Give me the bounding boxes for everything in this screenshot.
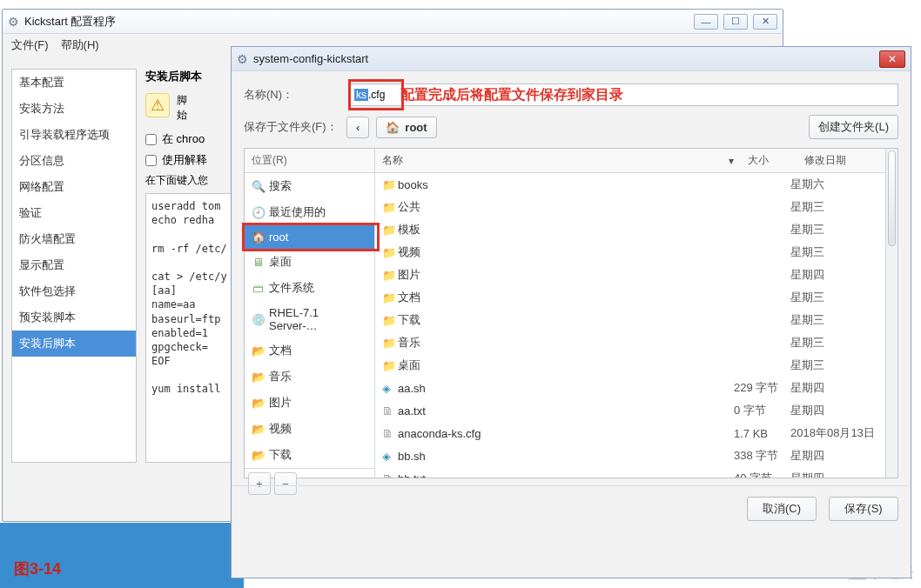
file-size: 0 字节 [734,403,790,418]
home-icon: 🏠 [386,121,400,134]
file-row[interactable]: 🗎bb.txt40 字节星期四 [375,467,897,478]
file-row[interactable]: 🗎aa.txt0 字节星期四 [375,399,897,422]
place-item[interactable]: 🗃文件系统 [245,275,374,301]
place-item[interactable]: 💿RHEL-7.1 Server-… [245,301,374,337]
file-row[interactable]: 📁音乐星期三 [375,331,897,354]
place-icon: 🏠 [252,231,264,244]
file-date: 星期四 [790,267,891,283]
place-item[interactable]: 🕘最近使用的 [245,199,374,225]
file-name: aa.txt [398,404,734,418]
file-row[interactable]: 📁公共星期三 [375,196,897,218]
folder-row: 保存于文件夹(F)： ‹ 🏠root 创建文件夹(L) [244,115,898,139]
script-icon: ◈ [382,382,398,395]
folder-icon: 📁 [382,178,398,191]
filename-input[interactable]: ks.cfg 配置完成后将配置文件保存到家目录 [348,84,898,106]
file-row[interactable]: 📁文档星期三 [375,286,897,309]
place-item[interactable]: 📂下载 [245,442,374,468]
file-row[interactable]: 📁图片星期四 [375,264,897,286]
sidebar-item[interactable]: 显示配置 [12,252,136,278]
scrollbar-thumb[interactable] [888,150,896,246]
folder-icon: 📁 [382,291,398,304]
column-name-header[interactable]: 名称▾ [375,149,741,172]
sidebar-item[interactable]: 验证 [12,200,136,226]
sidebar-item[interactable]: 预安装脚本 [12,304,136,331]
sidebar-item[interactable]: 安装后脚本 [12,331,136,357]
sidebar-item[interactable]: 软件包选择 [12,278,136,304]
file-browser: 位置(R) 🔍搜索🕘最近使用的🏠root🖥桌面🗃文件系统💿RHEL-7.1 Se… [244,148,898,478]
interpret-checkbox[interactable] [145,155,157,166]
place-label: root [269,231,288,244]
place-icon: 💿 [252,313,264,326]
cancel-button-label: 取消(C) [763,501,801,517]
file-row[interactable]: ◈aa.sh229 字节星期四 [375,377,897,399]
file-name: 桌面 [398,357,734,373]
place-icon: 🔍 [252,180,264,193]
file-row[interactable]: 📁模板星期三 [375,218,897,241]
file-name: 图片 [398,267,734,283]
path-crumb-label: root [405,121,427,134]
file-name: 公共 [398,199,734,215]
save-dialog: ⚙ system-config-kickstart ✕ 名称(N)： ks.cf… [231,46,911,578]
filename-rest: .cfg [368,89,385,101]
sidebar-item[interactable]: 引导装载程序选项 [12,122,136,148]
folder-icon: 📁 [382,246,398,259]
file-date: 星期四 [790,380,891,396]
file-row[interactable]: 🗎anaconda-ks.cfg1.7 KB2018年08月13日 [375,422,897,444]
place-label: 最近使用的 [269,204,326,220]
file-name: bb.sh [398,450,734,463]
sidebar-item[interactable]: 分区信息 [12,148,136,174]
file-row[interactable]: 📁books星期六 [375,173,897,196]
create-folder-button[interactable]: 创建文件夹(L) [809,115,898,139]
column-size-header[interactable]: 大小 [741,149,797,172]
sidebar-item[interactable]: 网络配置 [12,174,136,200]
file-list-scrollbar[interactable] [885,149,897,478]
file-row[interactable]: 📁视频星期三 [375,241,897,264]
file-date: 星期三 [790,199,891,215]
file-name: books [398,178,734,191]
file-date: 星期三 [790,222,891,237]
sidebar-item[interactable]: 基本配置 [12,70,136,96]
menu-file[interactable]: 文件(F) [11,37,49,53]
file-name: 音乐 [398,335,734,351]
save-dialog-titlebar-icon: ⚙ [237,52,248,66]
place-icon: 🕘 [252,206,264,219]
file-row[interactable]: 📁下载星期三 [375,309,897,331]
minimize-button[interactable]: — [694,14,718,30]
cancel-button[interactable]: 取消(C) [747,497,817,521]
place-icon: 📂 [252,397,264,410]
column-name-label: 名称 [382,153,403,168]
file-date: 星期三 [790,357,891,373]
file-row[interactable]: 📁桌面星期三 [375,354,897,377]
place-item[interactable]: 🔍搜索 [245,173,374,199]
place-item[interactable]: 📂音乐 [245,364,374,390]
dialog-close-button[interactable]: ✕ [879,50,905,68]
file-rows: 📁books星期六📁公共星期三📁模板星期三📁视频星期三📁图片星期四📁文档星期三📁… [375,173,897,478]
folder-icon: 📁 [382,314,398,327]
folder-icon: 📁 [382,337,398,350]
menu-help[interactable]: 帮助(H) [61,37,99,53]
save-dialog-body: 名称(N)： ks.cfg 配置完成后将配置文件保存到家目录 保存于文件夹(F)… [232,71,911,485]
place-item[interactable]: 🖥桌面 [245,249,374,275]
chroot-checkbox[interactable] [145,134,157,145]
place-item[interactable]: 📂视频 [245,416,374,442]
filename-selected-text: ks [354,89,368,101]
save-button[interactable]: 保存(S) [829,497,898,521]
place-label: RHEL-7.1 Server-… [269,306,367,332]
file-date: 2018年08月13日 [790,425,891,441]
path-crumb-root[interactable]: 🏠root [376,117,436,138]
close-button[interactable]: ✕ [753,14,777,30]
sidebar-item[interactable]: 安装方法 [12,96,136,122]
column-date-header[interactable]: 修改日期 [797,149,897,172]
place-label: 图片 [269,395,292,411]
place-item[interactable]: 🏠root [245,225,374,249]
filename-row: 名称(N)： ks.cfg 配置完成后将配置文件保存到家目录 [244,84,898,106]
maximize-button[interactable]: ☐ [723,14,748,30]
place-item[interactable]: 📂文档 [245,337,374,364]
place-item[interactable]: 📂图片 [245,390,374,416]
file-row[interactable]: ◈bb.sh338 字节星期四 [375,444,897,467]
sidebar-item[interactable]: 防火墙配置 [12,226,136,252]
file-size: 229 字节 [734,380,790,396]
warning-icon: ⚠ [145,93,170,117]
file-list-header: 名称▾ 大小 修改日期 [375,149,897,173]
path-back-button[interactable]: ‹ [346,117,369,138]
